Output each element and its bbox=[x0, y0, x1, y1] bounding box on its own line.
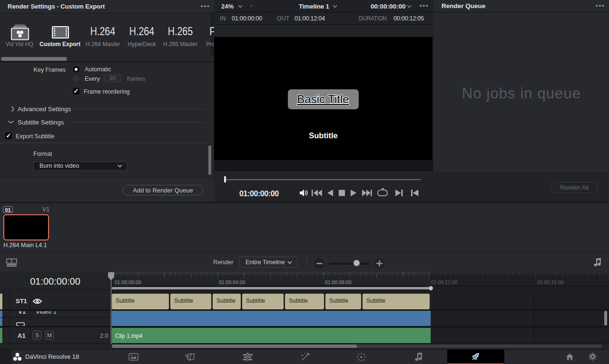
svg-text:Basic Title: Basic Title bbox=[297, 93, 349, 105]
